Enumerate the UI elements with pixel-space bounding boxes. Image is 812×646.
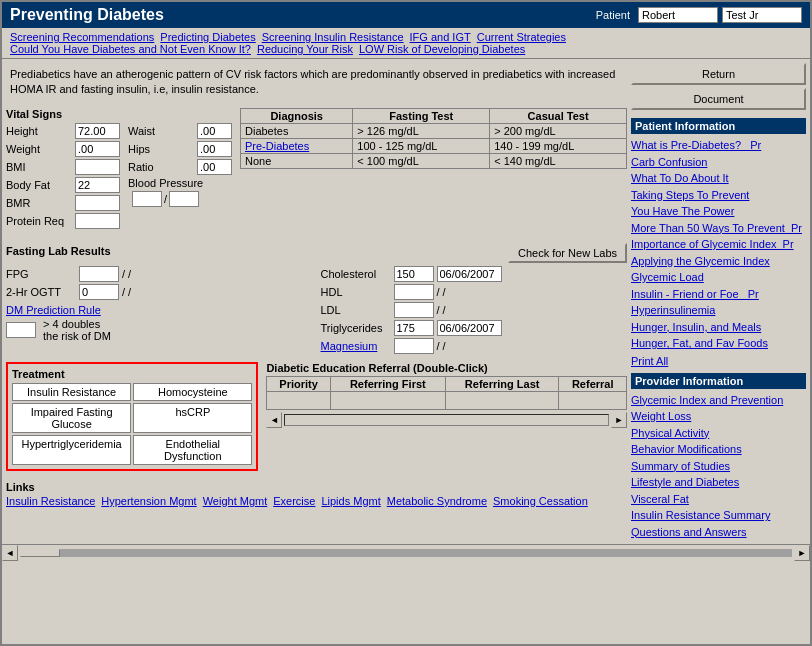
- more-than-link[interactable]: More Than 50 Ways To Prevent Pr: [631, 220, 806, 237]
- scroll-track[interactable]: [20, 549, 792, 557]
- ogtt-input[interactable]: [79, 284, 119, 300]
- triglycerides-date[interactable]: [437, 320, 502, 336]
- weight-row: Weight: [6, 141, 120, 157]
- could-you-link[interactable]: Could You Have Diabetes and Not Even Kno…: [10, 43, 251, 55]
- lipids-link[interactable]: Lipids Mgmt: [321, 495, 380, 507]
- referral-left-btn[interactable]: ◄: [266, 412, 282, 428]
- bottom-scrollbar: ◄ ►: [2, 544, 810, 560]
- nav-row-2: Could You Have Diabetes and Not Even Kno…: [10, 43, 802, 55]
- weight-link[interactable]: Weight Mgmt: [203, 495, 268, 507]
- prediab-label[interactable]: Pre-Diabetes: [241, 138, 353, 153]
- dm-predict-input[interactable]: [6, 322, 36, 338]
- bmr-input[interactable]: [75, 195, 120, 211]
- hdl-input[interactable]: [394, 284, 434, 300]
- dm-prediction-link[interactable]: DM Prediction Rule: [6, 304, 101, 316]
- magnesium-link[interactable]: Magnesium: [321, 340, 378, 352]
- hscrp-cell[interactable]: hsCRP: [133, 403, 252, 433]
- fpg-label: FPG: [6, 268, 76, 280]
- low-risk-link[interactable]: LOW Risk of Developing Diabetes: [359, 43, 525, 55]
- patient-first-name[interactable]: [638, 7, 718, 23]
- triglycerides-input[interactable]: [394, 320, 434, 336]
- nav-row-1: Screening Recommendations Predicting Dia…: [10, 31, 802, 43]
- homocysteine-cell[interactable]: Homocysteine: [133, 383, 252, 401]
- importance-link[interactable]: Importance of Glycemic Index Pr: [631, 236, 806, 253]
- insulin-summary-link[interactable]: Insulin Resistance Summary: [631, 507, 806, 524]
- endothelial-cell[interactable]: Endothelial Dysfunction: [133, 435, 252, 465]
- scroll-left-btn[interactable]: ◄: [2, 545, 18, 561]
- questions-link[interactable]: Questions and Answers: [631, 524, 806, 541]
- magnesium-label[interactable]: Magnesium: [321, 340, 391, 352]
- height-input[interactable]: [75, 123, 120, 139]
- visceral-fat-link[interactable]: Visceral Fat: [631, 491, 806, 508]
- check-new-labs-button[interactable]: Check for New Labs: [508, 243, 627, 263]
- taking-steps-link[interactable]: Taking Steps To Prevent: [631, 187, 806, 204]
- hypertriglyceridemia-cell[interactable]: Hypertriglyceridemia: [12, 435, 131, 465]
- exercise-link[interactable]: Exercise: [273, 495, 315, 507]
- lifestyle-link[interactable]: Lifestyle and Diabetes: [631, 474, 806, 491]
- bodyfat-label: Body Fat: [6, 179, 71, 191]
- glycemic-load-link[interactable]: Glycemic Load: [631, 269, 806, 286]
- weight-input[interactable]: [75, 141, 120, 157]
- screening-rec-link[interactable]: Screening Recommendations: [10, 31, 154, 43]
- carb-confusion-link[interactable]: Carb Confusion: [631, 154, 806, 171]
- current-strategies-link[interactable]: Current Strategies: [477, 31, 566, 43]
- what-is-link[interactable]: What is Pre-Diabetes? Pr: [631, 137, 806, 154]
- waist-input[interactable]: [197, 123, 232, 139]
- ref-first-cell: [330, 391, 445, 409]
- protein-label: Protein Req: [6, 215, 71, 227]
- vital-right: Waist Hips Ratio: [128, 123, 232, 231]
- hypertension-link[interactable]: Hypertension Mgmt: [101, 495, 196, 507]
- links-section: Links Insulin Resistance Hypertension Mg…: [6, 481, 627, 507]
- insulin-friend-link[interactable]: Insulin - Friend or Foe Pr: [631, 286, 806, 303]
- body-fat-input[interactable]: [75, 177, 120, 193]
- table-row: [267, 391, 627, 409]
- impaired-fasting-cell[interactable]: Impaired Fasting Glucose: [12, 403, 131, 433]
- labs-right: Cholesterol HDL / / LDL / /: [321, 266, 628, 356]
- patient-last-name[interactable]: [722, 7, 802, 23]
- fpg-input[interactable]: [79, 266, 119, 282]
- document-button[interactable]: Document: [631, 88, 806, 110]
- ratio-input[interactable]: [197, 159, 232, 175]
- referral-nav: ◄ ►: [266, 412, 627, 428]
- predicting-diabetes-link[interactable]: Predicting Diabetes: [160, 31, 255, 43]
- you-have-link[interactable]: You Have The Power: [631, 203, 806, 220]
- ifg-igt-link[interactable]: IFG and IGT: [410, 31, 471, 43]
- magnesium-input[interactable]: [394, 338, 434, 354]
- behavior-link[interactable]: Behavior Modifications: [631, 441, 806, 458]
- prediabetes-link[interactable]: Pre-Diabetes: [245, 140, 309, 152]
- hips-input[interactable]: [197, 141, 232, 157]
- physical-activity-link[interactable]: Physical Activity: [631, 425, 806, 442]
- insulin-resistance-link[interactable]: Insulin Resistance: [6, 495, 95, 507]
- smoking-link[interactable]: Smoking Cessation: [493, 495, 588, 507]
- cholesterol-input[interactable]: [394, 266, 434, 282]
- screening-insulin-link[interactable]: Screening Insulin Resistance: [262, 31, 404, 43]
- what-to-do-link[interactable]: What To Do About It: [631, 170, 806, 187]
- hips-label: Hips: [128, 143, 193, 155]
- hyperinsulinemia-link[interactable]: Hyperinsulinemia: [631, 302, 806, 319]
- applying-link[interactable]: Applying the Glycemic Index: [631, 253, 806, 270]
- ldl-input[interactable]: [394, 302, 434, 318]
- bodyfat-row: Body Fat: [6, 177, 120, 193]
- print-all-link[interactable]: Print All: [631, 355, 806, 367]
- bp-input-2[interactable]: [169, 191, 199, 207]
- glycemic-index-link[interactable]: Glycemic Index and Prevention: [631, 392, 806, 409]
- bmi-input[interactable]: [75, 159, 120, 175]
- reducing-risk-link[interactable]: Reducing Your Risk: [257, 43, 353, 55]
- summary-link[interactable]: Summary of Studies: [631, 458, 806, 475]
- hunger-insulin-link[interactable]: Hunger, Insulin, and Meals: [631, 319, 806, 336]
- scroll-thumb[interactable]: [20, 549, 60, 557]
- return-button[interactable]: Return: [631, 63, 806, 85]
- table-row: Pre-Diabetes 100 - 125 mg/dL 140 - 199 m…: [241, 138, 627, 153]
- patient-label: Patient: [596, 9, 630, 21]
- metabolic-link[interactable]: Metabolic Syndrome: [387, 495, 487, 507]
- protein-req-input[interactable]: [75, 213, 120, 229]
- triglycerides-label: Triglycerides: [321, 322, 391, 334]
- scroll-right-btn[interactable]: ►: [794, 545, 810, 561]
- hunger-fat-link[interactable]: Hunger, Fat, and Fav Foods: [631, 335, 806, 352]
- bp-input-1[interactable]: [132, 191, 162, 207]
- vital-signs-title: Vital Signs: [6, 108, 232, 120]
- referral-right-btn[interactable]: ►: [611, 412, 627, 428]
- insulin-resistance-cell[interactable]: Insulin Resistance: [12, 383, 131, 401]
- cholesterol-date[interactable]: [437, 266, 502, 282]
- weight-loss-link[interactable]: Weight Loss: [631, 408, 806, 425]
